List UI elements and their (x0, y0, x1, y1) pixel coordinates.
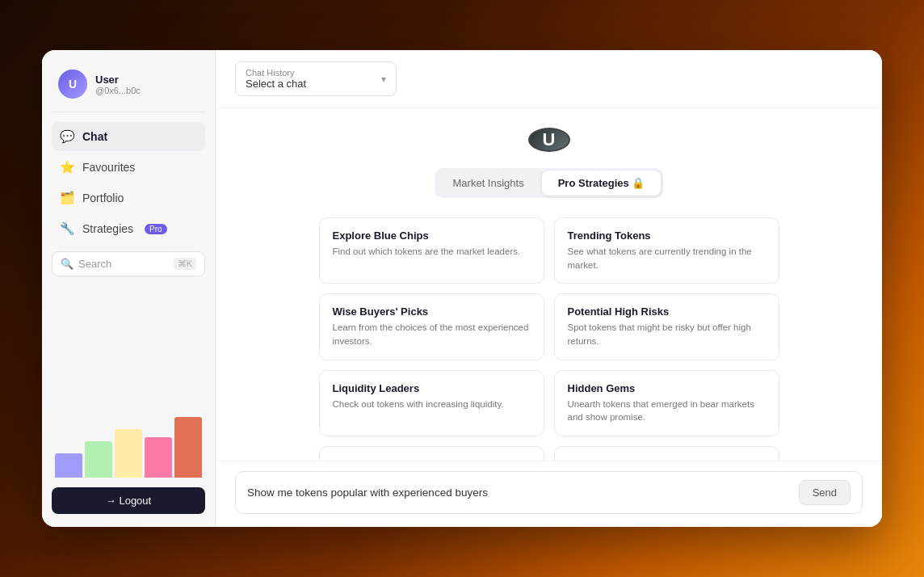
strategy-title: Potential High Risks (568, 305, 766, 318)
sidebar-item-label: Strategies (82, 222, 133, 235)
search-icon: 🔍 (61, 258, 74, 270)
sidebar-item-strategies[interactable]: 🔧 Strategies Pro (52, 214, 205, 243)
strategy-card-blockchain-pioneers[interactable]: Blockchain Pioneers Select groundbreakin… (554, 446, 779, 461)
chat-area: U Market InsightsPro Strategies 🔒 Explor… (216, 108, 882, 461)
strategy-title: Liquidity Leaders (333, 382, 531, 394)
sidebar-item-label: Favourites (82, 161, 135, 174)
favourites-nav-icon: ⭐ (60, 160, 74, 175)
strategy-card-wise-buyers[interactable]: Wise Buyers' Picks Learn from the choice… (319, 293, 544, 360)
strategy-desc: Find out which tokens are the market lea… (333, 245, 531, 259)
input-area: Send (216, 461, 882, 527)
user-avatar: U (58, 69, 87, 99)
chevron-down-icon: ▾ (381, 74, 386, 85)
strategies-nav-icon: 🔧 (60, 221, 74, 236)
chart-bar (115, 429, 142, 478)
strategy-title: Explore Blue Chips (333, 230, 531, 242)
main-header: Chat History Select a chat ▾ (216, 50, 882, 108)
search-kbd: ⌘K (174, 258, 196, 270)
strategy-desc: Learn from the choices of the most exper… (333, 321, 531, 347)
input-wrapper: Send (235, 471, 863, 514)
chart-bar (85, 441, 112, 478)
strategy-desc: Check out tokens with increasing liquidi… (333, 398, 531, 411)
strategy-title: Hidden Gems (568, 382, 766, 394)
logout-button[interactable]: → Logout (52, 487, 205, 514)
bot-avatar: U (528, 128, 570, 152)
sidebar-item-portfolio[interactable]: 🗂️ Portfolio (52, 183, 205, 213)
strategy-card-blue-chips[interactable]: Explore Blue Chips Find out which tokens… (319, 217, 544, 284)
user-name: User (95, 74, 141, 86)
strategy-card-rugs-to-riches[interactable]: From Rugs to Riches Target emerging toke… (319, 446, 544, 461)
chat-input[interactable] (247, 486, 791, 499)
app-container: U User @0x6...b0c 💬 Chat ⭐ Favourites 🗂️… (42, 50, 882, 527)
strategy-card-hidden-gems[interactable]: Hidden Gems Unearth tokens that emerged … (554, 370, 779, 436)
tab-pro-strategies[interactable]: Pro Strategies 🔒 (542, 171, 662, 196)
portfolio-nav-icon: 🗂️ (60, 191, 74, 205)
chat-history-select[interactable]: Chat History Select a chat ▾ (235, 61, 397, 96)
strategy-card-liquidity-leaders[interactable]: Liquidity Leaders Check out tokens with … (319, 370, 544, 436)
pro-badge: Pro (145, 224, 167, 234)
tabs-container: Market InsightsPro Strategies 🔒 (435, 168, 664, 198)
sidebar-item-chat[interactable]: 💬 Chat (52, 122, 205, 151)
chart-bar (55, 453, 82, 478)
strategies-grid: Explore Blue Chips Find out which tokens… (319, 217, 779, 461)
search-label: Search (78, 258, 169, 270)
chart-bar (145, 437, 172, 478)
user-section: U User @0x6...b0c (52, 63, 205, 112)
chat-history-label: Chat History (246, 68, 306, 78)
sidebar-item-label: Chat (82, 130, 107, 143)
strategy-title: Trending Tokens (568, 230, 766, 242)
main-content: Chat History Select a chat ▾ U Market In… (216, 50, 882, 527)
tab-market-insights[interactable]: Market Insights (437, 171, 540, 196)
strategy-desc: Spot tokens that might be risky but offe… (568, 321, 766, 347)
strategy-title: Wise Buyers' Picks (333, 305, 531, 318)
strategy-desc: Unearth tokens that emerged in bear mark… (568, 398, 766, 424)
chat-history-value: Select a chat (246, 78, 306, 90)
user-address: @0x6...b0c (95, 86, 141, 95)
sidebar-item-favourites[interactable]: ⭐ Favourites (52, 153, 205, 182)
strategy-card-trending-tokens[interactable]: Trending Tokens See what tokens are curr… (554, 217, 779, 284)
sidebar-item-label: Portfolio (82, 192, 124, 204)
sidebar: U User @0x6...b0c 💬 Chat ⭐ Favourites 🗂️… (42, 50, 216, 527)
chart-bar (174, 417, 202, 478)
strategy-desc: See what tokens are currently trending i… (568, 245, 766, 272)
send-button[interactable]: Send (799, 480, 850, 505)
search-box[interactable]: 🔍 Search ⌘K (52, 251, 205, 276)
sidebar-bottom: → Logout (52, 400, 205, 514)
strategy-card-potential-high-risks[interactable]: Potential High Risks Spot tokens that mi… (554, 293, 779, 360)
chat-nav-icon: 💬 (60, 129, 74, 144)
user-info: User @0x6...b0c (95, 74, 141, 95)
chart-preview (52, 413, 205, 478)
nav-items: 💬 Chat ⭐ Favourites 🗂️ Portfolio 🔧 Strat… (52, 122, 205, 245)
